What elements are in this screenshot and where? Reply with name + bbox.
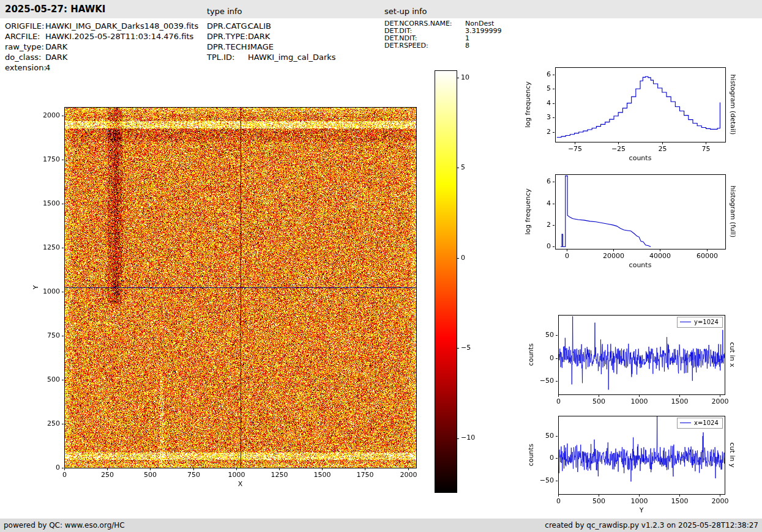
meta-label: TPL.ID: xyxy=(207,52,248,62)
meta-row-origfile: ORIGFILE:HAWKI_IMG_DARK_Darks148_0039.fi… xyxy=(5,21,198,31)
meta-row-dpr-catg: DPR.CATG:CALIB xyxy=(207,21,336,31)
type-info-block: DPR.CATG:CALIB DPR.TYPE:DARK DPR.TECH:IM… xyxy=(207,21,336,62)
meta-label: ORIGFILE: xyxy=(5,21,45,31)
footer-credit-right: created by qc_rawdisp.py v1.2.3 on 2025-… xyxy=(545,521,758,530)
meta-label: do_class: xyxy=(5,52,45,62)
meta-value: DARK xyxy=(45,53,67,62)
meta-label: extension: xyxy=(5,62,45,73)
meta-value: DARK xyxy=(45,42,67,51)
meta-value: CALIB xyxy=(248,21,271,31)
meta-row-dpr-type: DPR.TYPE:DARK xyxy=(207,31,336,42)
footer-bar: powered by QC: www.eso.org/HC created by… xyxy=(0,519,762,532)
meta-row-extension: extension:4 xyxy=(5,62,198,73)
meta-value: IMAGE xyxy=(248,42,274,51)
meta-label: DPR.CATG: xyxy=(207,21,248,31)
detector-image-plot xyxy=(24,95,428,492)
meta-label: raw_type: xyxy=(5,42,45,52)
meta-value: 8 xyxy=(465,42,469,50)
setup-info-block: DET.NCORRS.NAME:NonDest DET.DIT:3.319999… xyxy=(384,20,502,50)
meta-value: HAWKI_img_cal_Darks xyxy=(248,53,336,62)
qc-report-page: 2025-05-27: HAWKI type info set-up info … xyxy=(0,0,762,532)
meta-value: 3.3199999 xyxy=(465,27,502,35)
setup-info-heading: set-up info xyxy=(384,7,427,16)
meta-label: DET.RSPEED: xyxy=(384,42,465,50)
header-bar: 2025-05-27: HAWKI type info set-up info xyxy=(0,0,762,18)
meta-value: 4 xyxy=(45,63,50,72)
meta-row-dpr-tech: DPR.TECH:IMAGE xyxy=(207,42,336,52)
meta-row-raw-type: raw_type:DARK xyxy=(5,42,198,52)
page-title: 2025-05-27: HAWKI xyxy=(5,4,105,15)
meta-row-arcfile: ARCFILE:HAWKI.2025-05-28T11:03:14.476.fi… xyxy=(5,31,198,42)
colorbar xyxy=(425,64,487,501)
footer-credit-left: powered by QC: www.eso.org/HC xyxy=(4,521,125,530)
meta-value: HAWKI.2025-05-28T11:03:14.476.fits xyxy=(45,32,193,41)
cut-in-y-plot xyxy=(517,407,744,517)
file-info-block: ORIGFILE:HAWKI_IMG_DARK_Darks148_0039.fi… xyxy=(5,21,198,73)
histogram-detail-plot xyxy=(517,58,744,171)
meta-label: DPR.TYPE: xyxy=(207,31,248,42)
meta-row-do-class: do_class:DARK xyxy=(5,52,198,62)
meta-value: DARK xyxy=(248,32,270,41)
meta-label: DPR.TECH: xyxy=(207,42,248,52)
meta-row-rspeed: DET.RSPEED:8 xyxy=(384,42,502,50)
histogram-full-plot xyxy=(517,165,744,278)
type-info-heading: type info xyxy=(207,7,242,16)
meta-value: HAWKI_IMG_DARK_Darks148_0039.fits xyxy=(45,21,198,31)
meta-row-tpl-id: TPL.ID:HAWKI_img_cal_Darks xyxy=(207,52,336,62)
meta-label: ARCFILE: xyxy=(5,31,45,42)
cut-in-x-plot xyxy=(517,306,744,416)
